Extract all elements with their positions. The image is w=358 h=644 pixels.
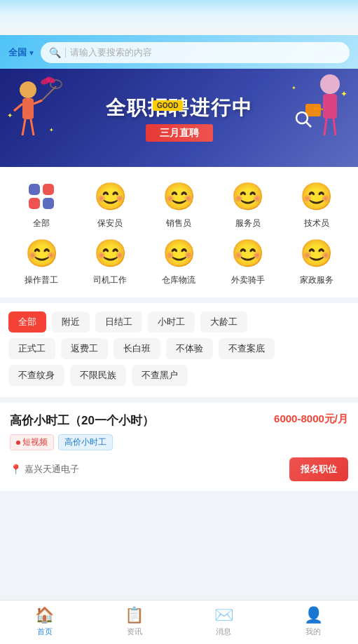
job-section: 高价小时工（20一个小时） 6000-8000元/月 短视频 高价小时工 📍 嘉… xyxy=(0,403,358,491)
home-icon: 🏠 xyxy=(35,606,54,624)
svg-text:✦: ✦ xyxy=(7,112,13,119)
sky-background xyxy=(0,0,358,35)
filter-noblacklist[interactable]: 不查黑户 xyxy=(132,365,188,386)
category-item-homeservice[interactable]: 😊 家政服务 xyxy=(284,235,350,286)
location-pin-icon: 📍 xyxy=(10,464,22,475)
category-item-all[interactable]: 全部 xyxy=(8,178,74,229)
svg-line-19 xyxy=(333,119,336,135)
svg-text:✦: ✦ xyxy=(49,127,54,133)
svg-text:✦: ✦ xyxy=(340,89,347,99)
filter-notattoo[interactable]: 不查纹身 xyxy=(8,365,64,386)
news-icon: 📋 xyxy=(125,606,144,624)
banner-right-decoration: ✦ ✦ xyxy=(288,69,351,160)
search-icon: 🔍 xyxy=(49,47,61,58)
category-label-delivery: 外卖骑手 xyxy=(231,274,265,286)
filter-longshift[interactable]: 长白班 xyxy=(113,338,160,359)
filter-section: 全部 附近 日结工 小时工 大龄工 正式工 返费工 长白班 不体验 不查案底 不… xyxy=(0,303,358,397)
delivery-icon: 😊 xyxy=(230,235,266,271)
category-item-service[interactable]: 😊 服务员 xyxy=(215,178,281,229)
service-icon: 😊 xyxy=(230,178,266,215)
svg-line-17 xyxy=(306,122,311,127)
nav-item-profile[interactable]: 👤 我的 xyxy=(292,606,334,637)
filter-refund[interactable]: 返费工 xyxy=(61,338,108,359)
job-tag-dot xyxy=(16,441,20,445)
banner-badge: GOOD xyxy=(153,100,183,111)
category-item-tech[interactable]: 😊 技术员 xyxy=(284,178,350,229)
job-tag-hourlyhigh: 高价小时工 xyxy=(58,434,113,450)
category-label-tech: 技术员 xyxy=(304,217,329,229)
category-section: 全部 😊 保安员 😊 销售员 😊 服务员 xyxy=(0,167,358,297)
tech-icon: 😊 xyxy=(298,178,335,215)
job-tag-label-hourlyhigh: 高价小时工 xyxy=(64,436,106,448)
category-label-operator: 操作普工 xyxy=(25,274,58,286)
banner-subtitle: 三月直聘 xyxy=(160,127,199,138)
svg-rect-1 xyxy=(22,98,34,119)
category-item-warehouse[interactable]: 😊 仓库物流 xyxy=(146,235,212,286)
banner-left-decoration: ✦ ✦ xyxy=(7,76,63,153)
category-item-operator[interactable]: 😊 操作普工 xyxy=(8,235,74,286)
top-bar: 全国 ▼ 🔍 请输入要搜索的内容 xyxy=(0,35,358,69)
category-item-driver[interactable]: 😊 司机工作 xyxy=(77,235,143,286)
all-icon xyxy=(23,178,60,215)
filter-all[interactable]: 全部 xyxy=(8,311,46,333)
sales-icon: 😊 xyxy=(160,178,197,215)
category-grid-row1: 全部 😊 保安员 😊 销售员 😊 服务员 xyxy=(8,178,350,229)
message-icon: ✉️ xyxy=(214,606,233,624)
location-selector[interactable]: 全国 ▼ xyxy=(8,46,35,59)
svg-line-8 xyxy=(22,119,25,135)
svg-point-0 xyxy=(20,81,36,98)
job-title-0: 高价小时工（20一个小时） xyxy=(10,412,154,429)
operator-icon: 😊 xyxy=(23,235,60,271)
filter-noexp[interactable]: 不体验 xyxy=(166,338,213,359)
job-header-0: 高价小时工（20一个小时） 6000-8000元/月 xyxy=(10,412,348,429)
category-label-sales: 销售员 xyxy=(166,217,191,229)
category-label-driver: 司机工作 xyxy=(93,274,127,286)
category-label-homeservice: 家政服务 xyxy=(300,274,333,286)
svg-text:✦: ✦ xyxy=(291,85,296,91)
filter-hourly[interactable]: 小时工 xyxy=(148,311,195,333)
filter-row-2: 正式工 返费工 长白班 不体验 不查案底 xyxy=(8,338,350,359)
svg-rect-14 xyxy=(305,104,321,116)
nav-label-profile: 我的 xyxy=(305,626,321,637)
filter-noethnic[interactable]: 不限民族 xyxy=(70,365,126,386)
nav-label-news: 资讯 xyxy=(127,626,142,637)
filter-daily[interactable]: 日结工 xyxy=(95,311,142,333)
security-icon: 😊 xyxy=(92,178,128,215)
main-content: ✦ ✦ ✦ ✦ GOOD 全职招聘进行中 三月直聘 xyxy=(0,69,358,540)
category-label-security: 保安员 xyxy=(97,217,123,229)
warehouse-icon: 😊 xyxy=(160,235,197,271)
job-salary-0: 6000-8000元/月 xyxy=(274,412,348,426)
filter-row-3: 不查纹身 不限民族 不查黑户 xyxy=(8,365,350,386)
filter-formal[interactable]: 正式工 xyxy=(8,338,55,359)
filter-nocheck[interactable]: 不查案底 xyxy=(219,338,275,359)
category-item-delivery[interactable]: 😊 外卖骑手 xyxy=(215,235,281,286)
category-item-sales[interactable]: 😊 销售员 xyxy=(146,178,212,229)
category-label-warehouse: 仓库物流 xyxy=(162,274,195,286)
nav-item-news[interactable]: 📋 资讯 xyxy=(113,606,156,637)
nav-label-home: 首页 xyxy=(37,626,53,637)
search-placeholder-text: 请输入要搜索的内容 xyxy=(70,46,152,59)
category-label-service: 服务员 xyxy=(235,217,261,229)
category-item-security[interactable]: 😊 保安员 xyxy=(77,178,143,229)
banner: ✦ ✦ ✦ ✦ GOOD 全职招聘进行中 三月直聘 xyxy=(0,69,358,167)
bottom-nav: 🏠 首页 📋 资讯 ✉️ 消息 👤 我的 xyxy=(0,600,358,644)
filter-senior[interactable]: 大龄工 xyxy=(200,311,247,333)
nav-item-message[interactable]: ✉️ 消息 xyxy=(202,606,245,637)
job-tags-0: 短视频 高价小时工 xyxy=(10,434,348,450)
job-footer-0: 📍 嘉兴天通电子 报名职位 xyxy=(10,457,348,481)
job-company-0: 📍 嘉兴天通电子 xyxy=(10,463,79,476)
category-grid-row2: 😊 操作普工 😊 司机工作 😊 仓库物流 😊 外卖骑手 xyxy=(8,235,350,286)
search-divider xyxy=(65,48,66,58)
job-tag-shortvideo: 短视频 xyxy=(10,434,54,450)
job-card-0: 高价小时工（20一个小时） 6000-8000元/月 短视频 高价小时工 📍 嘉… xyxy=(10,412,348,491)
search-bar[interactable]: 🔍 请输入要搜索的内容 xyxy=(41,42,350,63)
svg-point-16 xyxy=(296,112,308,123)
nav-item-home[interactable]: 🏠 首页 xyxy=(24,606,66,637)
homeservice-icon: 😊 xyxy=(298,235,335,271)
driver-icon: 😊 xyxy=(92,235,128,271)
svg-point-12 xyxy=(320,74,340,94)
chevron-down-icon: ▼ xyxy=(28,49,35,57)
svg-line-18 xyxy=(324,119,326,135)
apply-button-0[interactable]: 报名职位 xyxy=(289,457,348,481)
filter-nearby[interactable]: 附近 xyxy=(52,311,90,333)
